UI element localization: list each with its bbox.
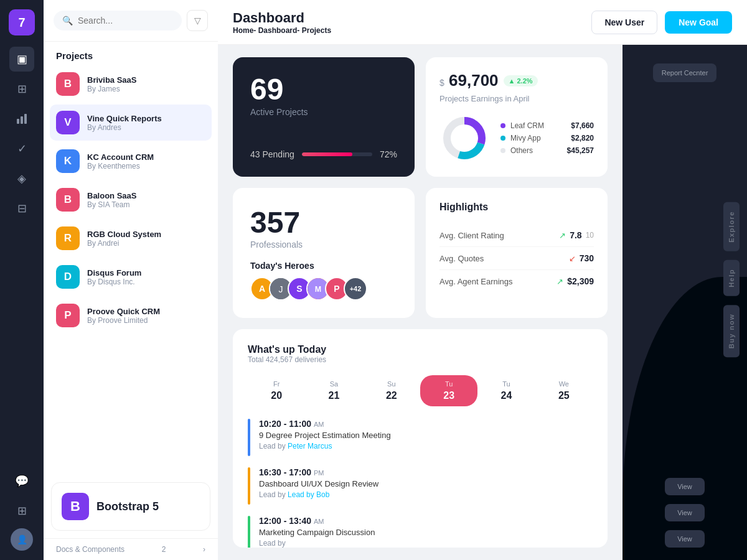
project-info: Baloon SaaS By SIA Team (87, 191, 136, 209)
highlight-quotes-value: 730 (580, 253, 594, 263)
nav-icon-box[interactable]: ⊟ (9, 196, 34, 221)
highlight-quotes-val-wrap: ↙ 730 (569, 253, 594, 263)
project-name: Baloon SaaS (87, 191, 136, 200)
nav-icon-chart[interactable] (9, 106, 34, 131)
nav-icon-dashboard[interactable]: ▣ (9, 47, 34, 72)
highlights-card: Highlights Avg. Client Rating ↗ 7.8 10 A… (426, 188, 608, 318)
day-num: 20 (250, 390, 303, 401)
filter-button[interactable]: ▽ (187, 10, 208, 31)
active-projects-card: 69 Active Projects 43 Pending 72% (233, 57, 415, 177)
docs-bar[interactable]: Docs & Components 2 › (44, 538, 218, 560)
highlight-rating-value: 7.8 (570, 230, 581, 240)
view-button-2[interactable]: View (665, 504, 705, 521)
day-name: We (538, 380, 590, 388)
nav-icon-check[interactable]: ✓ (9, 136, 34, 161)
report-center-button[interactable]: Report Cecnter (653, 63, 717, 82)
breadcrumb-dashboard[interactable]: Dashboard- (258, 26, 300, 35)
event-lead-link[interactable]: Peter Marcus (288, 442, 332, 450)
project-by: By Andres (87, 123, 162, 132)
search-input[interactable] (78, 16, 173, 26)
day-num: 21 (308, 390, 360, 401)
event-lead: Lead by Peter Marcus (259, 442, 391, 450)
day-num: 24 (480, 390, 532, 401)
active-projects-label: Active Projects (250, 107, 397, 117)
project-item[interactable]: P Proove Quick CRM By Proove Limited (50, 297, 212, 334)
professionals-card: 357 Professionals Today's Heroes A S M P (233, 188, 415, 318)
project-info: Briviba SaaS By James (87, 75, 137, 93)
docs-chevron: › (203, 545, 205, 554)
event-name: 9 Degree Project Estimation Meeting (259, 431, 391, 440)
others-value: $45,257 (567, 146, 594, 155)
events-list: 10:20 - 11:00 AM 9 Degree Project Estima… (248, 419, 593, 548)
event-item: 16:30 - 17:00 PM Dashboard UI/UX Design … (248, 467, 593, 505)
event-info: 10:20 - 11:00 AM 9 Degree Project Estima… (259, 419, 391, 450)
mivy-app-label: Mivy App (510, 134, 541, 142)
professionals-label: Professionals (250, 240, 397, 250)
project-name: Disqus Forum (87, 268, 141, 278)
view-button-1[interactable]: View (665, 478, 705, 495)
nav-avatar[interactable]: 7 (9, 9, 35, 35)
nav-icon-layers[interactable]: ◈ (9, 166, 34, 191)
nav-icon-chat[interactable]: 💬 (9, 469, 34, 493)
explore-tab[interactable]: Explore (723, 202, 740, 251)
nav-icon-grid2[interactable]: ⊞ (9, 498, 34, 523)
progress-fill (302, 152, 352, 156)
calendar-day[interactable]: Sa 21 (305, 375, 362, 406)
legend-values: $7,660 $2,820 $45,257 (567, 121, 594, 155)
view-button-3[interactable]: View (665, 530, 705, 548)
project-item[interactable]: B Baloon SaaS By SIA Team (50, 182, 212, 218)
project-info: Proove Quick CRM By Proove Limited (87, 307, 160, 325)
active-projects-number: 69 (250, 75, 397, 105)
highlight-earnings-val-wrap: ↗ $2,309 (557, 276, 594, 286)
search-input-wrap[interactable]: 🔍 (54, 11, 182, 30)
project-logo: R (56, 226, 80, 250)
project-item[interactable]: K KC Account CRM By Keenthemes (50, 143, 212, 179)
breadcrumb: Home- Dashboard- Projects (233, 26, 331, 35)
project-logo: K (56, 149, 80, 173)
progress-percent: 72% (380, 149, 397, 159)
highlight-rating-extra: 10 (586, 231, 594, 240)
project-item[interactable]: V Vine Quick Reports By Andres (50, 105, 212, 141)
project-logo: B (56, 72, 80, 96)
avatar-more: +42 (344, 277, 367, 301)
donut-row: Leaf CRM Mivy App Others (439, 113, 594, 163)
new-goal-button[interactable]: New Goal (665, 11, 732, 34)
svg-text:M: M (315, 285, 321, 294)
user-avatar[interactable]: 👤 (11, 528, 33, 551)
leaf-crm-dot (500, 123, 505, 128)
calendar-day[interactable]: Tu 24 (477, 375, 535, 406)
earnings-card: $ 69,700 ▲ 2.2% Projects Earnings in Apr… (426, 57, 608, 177)
page-title: Dashboard (233, 10, 331, 26)
event-item: 10:20 - 11:00 AM 9 Degree Project Estima… (248, 419, 593, 456)
breadcrumb-home[interactable]: Home- (233, 26, 256, 35)
avatars-row: A S M P +42 (250, 277, 397, 301)
calendar-day[interactable]: Tu 23 (420, 375, 477, 406)
event-line (248, 516, 250, 548)
others-label: Others (510, 146, 533, 155)
day-num: 25 (538, 390, 590, 401)
highlight-earnings-name: Avg. Agent Earnings (439, 277, 513, 286)
day-num: 23 (423, 390, 475, 401)
new-user-button[interactable]: New User (591, 11, 657, 34)
legend: Leaf CRM Mivy App Others (500, 121, 556, 155)
schedule-card: What's up Today Total 424,567 deliveries… (233, 329, 608, 548)
event-line (248, 419, 250, 456)
buy-now-tab[interactable]: Buy now (723, 305, 740, 357)
event-lead-link[interactable]: Lead by Bob (288, 490, 329, 499)
help-tab[interactable]: Help (723, 260, 740, 296)
nav-icon-grid[interactable]: ⊞ (9, 77, 34, 101)
highlight-quotes-name: Avg. Quotes (439, 254, 484, 263)
svg-rect-2 (24, 114, 27, 124)
legend-leaf-crm: Leaf CRM (500, 121, 556, 130)
calendar-day[interactable]: Fr 20 (248, 375, 305, 406)
project-item[interactable]: D Disqus Forum By Disqus Inc. (50, 259, 212, 295)
project-item[interactable]: B Briviba SaaS By James (50, 66, 212, 102)
legend-mivy-app: Mivy App (500, 134, 556, 142)
project-info: KC Account CRM By Keenthemes (87, 152, 154, 170)
calendar-day[interactable]: We 25 (535, 375, 593, 406)
event-name: Marketing Campaign Discussion (259, 528, 375, 537)
calendar-day[interactable]: Su 22 (363, 375, 420, 406)
main-area: Dashboard Home- Dashboard- Projects New … (218, 0, 747, 560)
project-item[interactable]: R RGB Cloud System By Andrei (50, 220, 212, 256)
day-name: Tu (423, 380, 475, 388)
